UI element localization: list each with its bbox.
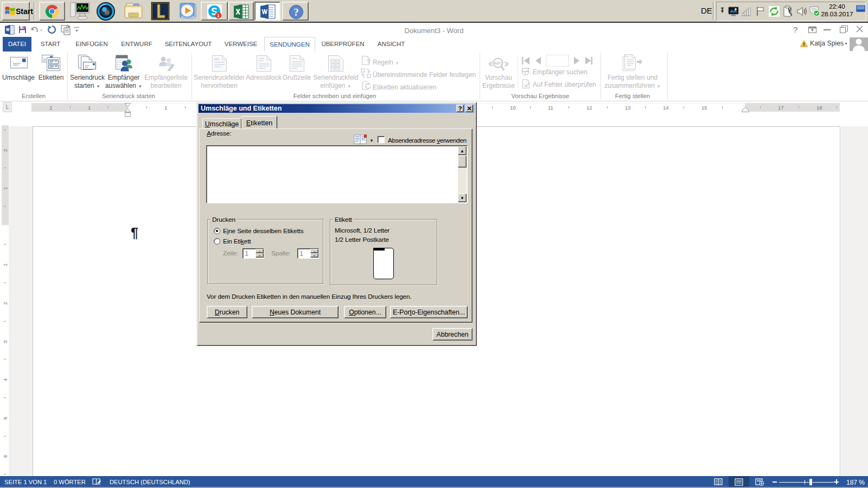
svg-text:?: ? bbox=[367, 58, 371, 65]
svg-text:1: 1 bbox=[217, 13, 220, 18]
svg-text:?: ? bbox=[293, 7, 299, 18]
svg-text:ABC: ABC bbox=[494, 61, 503, 66]
